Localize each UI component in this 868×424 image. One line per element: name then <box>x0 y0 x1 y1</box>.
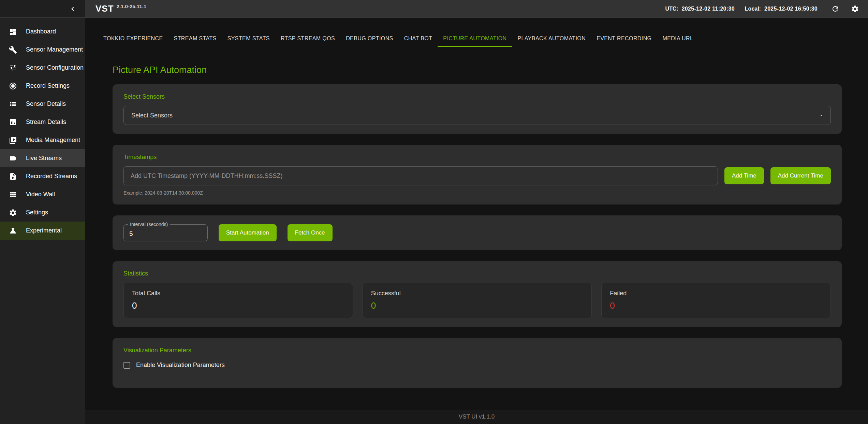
main-content: TOKKIO EXPERIENCE STREAM STATS SYSTEM ST… <box>85 18 868 424</box>
utc-clock: UTC: 2025-12-02 11:20:30 <box>665 6 734 12</box>
tab-system-stats[interactable]: SYSTEM STATS <box>222 31 275 47</box>
app-version: 2.1.0-25.11.1 <box>117 3 147 9</box>
sidebar-item-label: Recorded Streams <box>26 173 77 180</box>
tab-event-recording[interactable]: EVENT RECORDING <box>591 31 657 47</box>
refresh-icon[interactable] <box>831 5 839 13</box>
timestamps-row: Add Time Add Current Time <box>123 166 831 185</box>
interval-field-label: Interval (seconds) <box>128 222 170 227</box>
sidebar-item-video-wall[interactable]: Video Wall <box>0 185 85 203</box>
stat-value: 0 <box>132 300 344 311</box>
page-body: Picture API Automation Select Sensors Se… <box>85 47 868 410</box>
record-circle-icon <box>9 82 17 90</box>
sidebar-item-label: Sensor Configuration <box>26 64 84 71</box>
local-label: Local: <box>745 6 761 12</box>
utc-value: 2025-12-02 11:20:30 <box>682 6 735 12</box>
tab-playback-automation[interactable]: PLAYBACK AUTOMATION <box>512 31 591 47</box>
stat-value: 0 <box>610 300 822 311</box>
sidebar-item-stream-details[interactable]: Stream Details <box>0 113 85 131</box>
sidebar-item-label: Sensor Details <box>26 100 66 108</box>
app-window: VST 2.1.0-25.11.1 UTC: 2025-12-02 11:20:… <box>0 0 868 424</box>
select-sensors-dropdown[interactable]: Select Sensors <box>123 106 831 125</box>
top-bar: VST 2.1.0-25.11.1 UTC: 2025-12-02 11:20:… <box>0 0 868 18</box>
flask-icon <box>9 227 17 235</box>
video-library-icon <box>9 136 17 144</box>
sidebar-item-label: Sensor Management <box>26 46 83 53</box>
visualization-card: Visualization Parameters Enable Visualiz… <box>113 338 842 388</box>
sidebar-item-record-settings[interactable]: Record Settings <box>0 77 85 95</box>
sidebar-item-label: Dashboard <box>26 28 56 35</box>
app-title: VST <box>95 3 114 14</box>
select-sensors-label: Select Sensors <box>123 93 831 100</box>
stat-label: Failed <box>610 290 822 297</box>
stat-label: Successful <box>371 290 584 297</box>
sidebar: Dashboard Sensor Management Sensor Confi… <box>0 18 85 424</box>
chevron-left-icon <box>69 5 77 13</box>
footer-version-text: VST UI v1.1.0 <box>459 413 495 420</box>
bar-chart-icon <box>9 118 17 126</box>
timestamps-label: Timestamps <box>123 154 831 161</box>
visualization-checkbox-row: Enable Visualization Parameters <box>123 362 831 379</box>
sidebar-item-label: Media Management <box>26 137 80 144</box>
select-sensors-value: Select Sensors <box>131 112 173 119</box>
interval-input[interactable] <box>124 225 207 241</box>
sidebar-item-label: Video Wall <box>26 191 55 198</box>
tab-tokkio-experience[interactable]: TOKKIO EXPERIENCE <box>98 31 168 47</box>
tab-chat-bot[interactable]: CHAT BOT <box>399 31 438 47</box>
add-time-button[interactable]: Add Time <box>724 167 764 184</box>
grid-icon <box>9 190 17 199</box>
start-automation-button[interactable]: Start Automation <box>219 224 277 241</box>
wrench-icon <box>9 46 17 54</box>
videocam-icon <box>9 154 17 162</box>
tab-debug-options[interactable]: DEBUG OPTIONS <box>340 31 399 47</box>
visualization-label: Visualization Parameters <box>123 347 831 354</box>
sidebar-item-experimental[interactable]: Experimental <box>0 222 85 240</box>
timestamp-input[interactable] <box>123 166 718 185</box>
sidebar-item-dashboard[interactable]: Dashboard <box>0 23 85 41</box>
sidebar-header <box>0 0 85 17</box>
timestamps-card: Timestamps Add Time Add Current Time Exa… <box>113 145 842 204</box>
video-file-icon <box>9 172 17 181</box>
stat-value: 0 <box>371 300 584 311</box>
app-header: VST 2.1.0-25.11.1 UTC: 2025-12-02 11:20:… <box>85 0 868 17</box>
statistics-row: Total Calls 0 Successful 0 Failed 0 <box>123 283 831 318</box>
tab-media-url[interactable]: MEDIA URL <box>657 31 698 47</box>
sidebar-item-sensor-details[interactable]: Sensor Details <box>0 95 85 113</box>
interval-field: Interval (seconds) <box>123 224 208 241</box>
interval-card: Interval (seconds) Start Automation Fetc… <box>113 215 842 250</box>
stat-card-successful: Successful 0 <box>363 283 592 318</box>
collapse-sidebar-button[interactable] <box>67 3 78 15</box>
stat-card-failed: Failed 0 <box>601 283 831 318</box>
gear-icon[interactable] <box>851 5 859 13</box>
tab-bar: TOKKIO EXPERIENCE STREAM STATS SYSTEM ST… <box>98 31 868 47</box>
dashboard-icon <box>9 28 17 36</box>
page-title: Picture API Automation <box>113 65 842 75</box>
tab-rtsp-stream-qos[interactable]: RTSP STREAM QOS <box>275 31 340 47</box>
interval-row: Interval (seconds) Start Automation Fetc… <box>123 224 831 241</box>
tune-sliders-icon <box>9 64 17 72</box>
footer: VST UI v1.1.0 <box>85 410 868 424</box>
sidebar-item-settings[interactable]: Settings <box>0 203 85 222</box>
gear-icon <box>9 209 17 217</box>
fetch-once-button[interactable]: Fetch Once <box>288 224 333 241</box>
stat-label: Total Calls <box>132 290 344 297</box>
tab-stream-stats[interactable]: STREAM STATS <box>168 31 222 47</box>
enable-visualization-label: Enable Visualization Parameters <box>136 362 225 369</box>
sidebar-item-media-management[interactable]: Media Management <box>0 131 85 149</box>
sidebar-item-recorded-streams[interactable]: Recorded Streams <box>0 167 85 185</box>
sidebar-item-label: Experimental <box>26 227 62 234</box>
add-current-time-button[interactable]: Add Current Time <box>770 167 831 184</box>
sidebar-item-sensor-management[interactable]: Sensor Management <box>0 41 85 59</box>
sidebar-item-live-streams[interactable]: Live Streams <box>0 149 85 167</box>
utc-label: UTC: <box>665 6 678 12</box>
stat-card-total-calls: Total Calls 0 <box>123 283 353 318</box>
local-value: 2025-12-02 16:50:30 <box>764 6 818 12</box>
chevron-down-icon <box>819 113 824 118</box>
statistics-label: Statistics <box>123 270 831 277</box>
enable-visualization-checkbox[interactable] <box>123 362 130 369</box>
tab-picture-automation[interactable]: PICTURE AUTOMATION <box>438 31 512 47</box>
sidebar-item-label: Live Streams <box>26 155 62 162</box>
sidebar-item-sensor-configuration[interactable]: Sensor Configuration <box>0 59 85 77</box>
local-clock: Local: 2025-12-02 16:50:30 <box>745 6 818 12</box>
select-sensors-card: Select Sensors Select Sensors <box>113 84 842 134</box>
sidebar-item-label: Record Settings <box>26 82 70 89</box>
